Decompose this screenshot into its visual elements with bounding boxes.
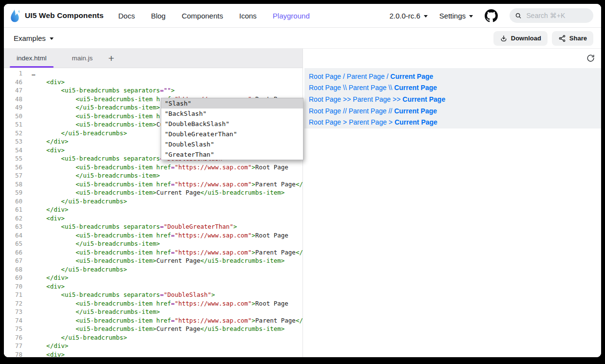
- download-button[interactable]: Download: [493, 31, 548, 46]
- settings-dropdown[interactable]: Settings: [439, 12, 473, 20]
- code-line[interactable]: 78 <div>: [4, 350, 302, 358]
- line-number: 63: [4, 222, 26, 231]
- line-number: 51: [4, 120, 26, 129]
- code-line[interactable]: 69 </div>: [4, 273, 302, 282]
- code-line[interactable]: 66 <ui5-breadcrumbs-item href="https://w…: [4, 248, 302, 257]
- code-line[interactable]: 63 <ui5-breadcrumbs separators="DoubleGr…: [4, 222, 302, 231]
- autocomplete-item[interactable]: "GreaterThan": [161, 149, 303, 160]
- breadcrumb-link[interactable]: Parent Page: [349, 118, 387, 126]
- brand[interactable]: UI5 Web Components: [10, 9, 104, 22]
- autocomplete-item[interactable]: "DoubleBackSlash": [161, 119, 303, 129]
- line-number: 61: [4, 205, 26, 214]
- line-number: 46: [4, 78, 26, 87]
- code-line[interactable]: 62 <div>: [4, 214, 302, 223]
- code-line[interactable]: 72 <ui5-breadcrumbs-item href="https://w…: [4, 299, 302, 308]
- code-line[interactable]: 46 <div>: [4, 78, 302, 87]
- line-content: <ui5-breadcrumbs-item>Current Page</ui5-…: [26, 188, 284, 197]
- line-number: 47: [4, 86, 26, 95]
- autocomplete-popup: "Slash""BackSlash""DoubleBackSlash""Doub…: [161, 98, 303, 160]
- line-number: 72: [4, 299, 26, 308]
- refresh-icon[interactable]: [586, 54, 595, 62]
- toolbar-buttons: Download Share: [493, 31, 593, 46]
- line-number: 73: [4, 308, 26, 316]
- examples-toolbar: Examples Download Share: [4, 28, 601, 49]
- line-number: 75: [4, 325, 26, 333]
- github-icon[interactable]: [485, 9, 498, 22]
- nav-components[interactable]: Components: [182, 12, 223, 20]
- line-number: 65: [4, 239, 26, 248]
- line-number: 71: [4, 291, 26, 299]
- breadcrumb-link[interactable]: Parent Page: [353, 95, 391, 103]
- autocomplete-item[interactable]: "Slash": [161, 98, 303, 109]
- nav-playground[interactable]: Playground: [273, 12, 310, 20]
- code-line[interactable]: 77 </div>: [4, 342, 302, 350]
- breadcrumb-separator: \\: [341, 84, 349, 91]
- site-title: UI5 Web Components: [25, 11, 104, 20]
- search-icon: [515, 12, 522, 19]
- line-number: 54: [4, 146, 26, 155]
- line-number: 70: [4, 282, 26, 291]
- line-number: 67: [4, 256, 26, 265]
- code-line[interactable]: 70 <div>: [4, 282, 302, 291]
- breadcrumb-current: Current Page: [402, 95, 445, 103]
- main-nav: Docs Blog Components Icons Playground: [118, 12, 310, 20]
- breadcrumb-separator: >: [387, 118, 395, 126]
- breadcrumb-link[interactable]: Root Page: [309, 73, 341, 80]
- breadcrumb-link[interactable]: Parent Page: [347, 73, 385, 80]
- share-label: Share: [569, 35, 587, 42]
- line-content: </ui5-breadcrumbs-item>: [26, 171, 160, 180]
- code-line[interactable]: 74 <ui5-breadcrumbs-item href="https://w…: [4, 316, 302, 325]
- version-dropdown[interactable]: 2.0.0-rc.6: [389, 12, 427, 20]
- preview-toolbar: [303, 49, 601, 68]
- line-number: 55: [4, 154, 26, 163]
- line-content: <ui5-breadcrumbs separators="">: [26, 86, 175, 95]
- download-label: Download: [511, 35, 541, 42]
- line-content: <ui5-breadcrumbs-item href="https://www.…: [26, 231, 288, 240]
- nav-blog[interactable]: Blog: [151, 12, 166, 20]
- code-line[interactable]: 71 <ui5-breadcrumbs separators="DoubleSl…: [4, 291, 302, 299]
- nav-docs[interactable]: Docs: [118, 12, 135, 20]
- code-line[interactable]: 47 <ui5-breadcrumbs separators="">: [4, 86, 302, 95]
- code-line[interactable]: 56 <ui5-breadcrumbs-item href="https://w…: [4, 163, 302, 172]
- breadcrumb-link[interactable]: Root Page: [309, 84, 341, 91]
- share-button[interactable]: Share: [552, 31, 593, 46]
- code-line[interactable]: 64 <ui5-breadcrumbs-item href="https://w…: [4, 231, 302, 240]
- share-icon: [558, 35, 566, 42]
- autocomplete-item[interactable]: "DoubleGreaterThan": [161, 129, 303, 139]
- breadcrumb-link[interactable]: Root Page: [309, 107, 341, 115]
- breadcrumb-link[interactable]: Parent Page: [349, 107, 387, 115]
- search-input[interactable]: [526, 11, 587, 20]
- breadcrumb-link[interactable]: Root Page: [309, 95, 341, 103]
- breadcrumbs-demo: Root Page / Parent Page / Current PageRo…: [304, 68, 601, 128]
- search-box[interactable]: [510, 8, 593, 23]
- tab-main-js[interactable]: main.js: [59, 49, 106, 68]
- line-number: 69: [4, 273, 26, 282]
- code-line[interactable]: 76 </ui5-breadcrumbs>: [4, 333, 302, 342]
- examples-dropdown[interactable]: Examples: [14, 34, 54, 42]
- line-number: 64: [4, 231, 26, 240]
- download-icon: [500, 35, 508, 42]
- code-line[interactable]: 61 </div>: [4, 205, 302, 214]
- tab-index-html[interactable]: index.html: [4, 49, 59, 68]
- chevron-down-icon: [424, 15, 428, 18]
- line-content: </ui5-breadcrumbs-item>: [26, 308, 160, 316]
- nav-icons[interactable]: Icons: [239, 12, 257, 20]
- autocomplete-item[interactable]: "DoubleSlash": [161, 139, 303, 149]
- code-line[interactable]: 73 </ui5-breadcrumbs-item>: [4, 308, 302, 316]
- code-line[interactable]: 60 </ui5-breadcrumbs>: [4, 197, 302, 206]
- code-line[interactable]: 68 </ui5-breadcrumbs>: [4, 265, 302, 274]
- code-line[interactable]: 58 <ui5-breadcrumbs-item href="https://w…: [4, 180, 302, 189]
- breadcrumb-link[interactable]: Parent Page: [349, 84, 387, 91]
- code-line[interactable]: 67 <ui5-breadcrumbs-item>Current Page</u…: [4, 256, 302, 265]
- code-line[interactable]: 57 </ui5-breadcrumbs-item>: [4, 171, 302, 180]
- line-number: 58: [4, 180, 26, 189]
- code-line[interactable]: 59 <ui5-breadcrumbs-item>Current Page</u…: [4, 188, 302, 197]
- new-tab-button[interactable]: +: [105, 49, 117, 68]
- code-line[interactable]: 1…: [4, 69, 302, 78]
- autocomplete-item[interactable]: "BackSlash": [161, 109, 303, 119]
- breadcrumb-link[interactable]: Root Page: [309, 118, 341, 126]
- code-line[interactable]: 65 </ui5-breadcrumbs-item>: [4, 239, 302, 248]
- code-line[interactable]: 75 <ui5-breadcrumbs-item>Current Page</u…: [4, 325, 302, 333]
- line-number: 49: [4, 103, 26, 112]
- app-window: UI5 Web Components Docs Blog Components …: [4, 4, 601, 357]
